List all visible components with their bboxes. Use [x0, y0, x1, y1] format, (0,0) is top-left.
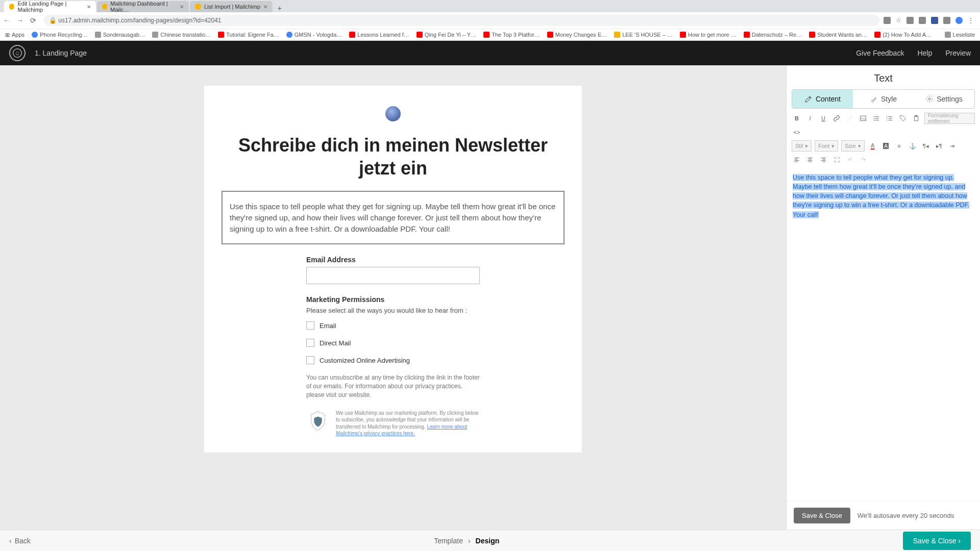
- bg-color-button[interactable]: A: [881, 141, 891, 151]
- ext-icon[interactable]: [943, 17, 950, 24]
- text-block-selected[interactable]: Use this space to tell people what they …: [222, 191, 565, 244]
- bookmark[interactable]: The Top 3 Platfor…: [483, 32, 540, 38]
- autosave-text: We'll autosave every 20 seconds: [857, 512, 954, 519]
- browser-tab[interactable]: Mailchimp Dashboard | Mailc… ✕: [97, 1, 189, 12]
- close-icon[interactable]: ✕: [87, 4, 91, 10]
- paste-button[interactable]: [911, 113, 921, 123]
- perm-option[interactable]: Email: [306, 321, 480, 330]
- bookmark[interactable]: Tutorial: Eigene Fa…: [218, 32, 279, 38]
- page-headline[interactable]: Schreibe dich in meinen Newsletter jetzt…: [222, 134, 565, 180]
- italic-button[interactable]: I: [805, 113, 815, 123]
- bookmark[interactable]: Chinese translatio…: [152, 32, 211, 38]
- clear-format-button[interactable]: Formatierung entfernen: [924, 113, 975, 124]
- merge-tags-button[interactable]: [898, 113, 908, 123]
- browser-chrome: Edit Landing Page | Mailchimp ✕ Mailchim…: [0, 0, 980, 29]
- align-right-button[interactable]: [818, 155, 828, 165]
- signup-form: Email Address Marketing Permissions Plea…: [306, 256, 480, 437]
- star-icon[interactable]: ☆: [896, 17, 901, 24]
- ext-icon[interactable]: [931, 17, 938, 24]
- bookmark[interactable]: Sonderausgab…: [95, 32, 145, 38]
- save-close-button[interactable]: Save & Close: [794, 508, 850, 523]
- preview-link[interactable]: Preview: [945, 49, 971, 57]
- checkbox-icon[interactable]: [306, 339, 314, 347]
- bookmark[interactable]: LEE 'S HOUSE – …: [614, 32, 673, 38]
- browser-tab[interactable]: List Import | Mailchimp ✕: [190, 1, 273, 12]
- size-select[interactable]: Size ▾: [841, 140, 864, 152]
- text-color-button[interactable]: A: [868, 141, 878, 151]
- give-feedback-link[interactable]: Give Feedback: [856, 49, 904, 57]
- font-select[interactable]: Font ▾: [815, 140, 838, 152]
- align-center-button[interactable]: [805, 155, 815, 165]
- reload-icon[interactable]: ⟳: [27, 16, 40, 24]
- bookmark-icon: [218, 32, 224, 38]
- anchor-button[interactable]: ⚓: [908, 141, 918, 151]
- perm-option[interactable]: Direct Mail: [306, 339, 480, 347]
- save-close-primary-button[interactable]: Save & Close ›: [903, 532, 971, 550]
- align-left-button[interactable]: [792, 155, 802, 165]
- bookmark[interactable]: (2) How To Add A…: [874, 32, 932, 38]
- tab-content[interactable]: Content: [792, 90, 853, 108]
- unlink-button[interactable]: [845, 113, 855, 123]
- canvas[interactable]: Schreibe dich in meinen Newsletter jetzt…: [0, 65, 786, 530]
- bookmark[interactable]: Phone Recycling…: [32, 32, 88, 38]
- back-icon[interactable]: ←: [0, 16, 13, 24]
- image-button[interactable]: [858, 113, 868, 123]
- step-design[interactable]: Design: [476, 537, 500, 545]
- address-bar[interactable]: 🔒 us17.admin.mailchimp.com/landing-pages…: [44, 15, 879, 26]
- bookmark[interactable]: Leseliste: [945, 32, 975, 38]
- profile-icon[interactable]: [955, 17, 963, 24]
- pencil-icon: [804, 95, 813, 103]
- text-editor[interactable]: Use this space to tell people what they …: [787, 170, 980, 501]
- undo-button[interactable]: ↶: [845, 155, 855, 165]
- rtl-button[interactable]: ▸¶: [934, 141, 944, 151]
- bookmark[interactable]: Student Wants an…: [809, 32, 867, 38]
- new-tab-button[interactable]: +: [274, 4, 286, 12]
- tab-title: Edit Landing Page | Mailchimp: [17, 1, 84, 13]
- close-icon[interactable]: ✕: [263, 4, 267, 10]
- tab-settings[interactable]: Settings: [914, 90, 974, 108]
- back-button[interactable]: ‹ Back: [9, 537, 31, 545]
- ext-icon[interactable]: [919, 17, 926, 24]
- perm-option[interactable]: Customized Online Advertising: [306, 356, 480, 364]
- ext-icon[interactable]: [906, 17, 914, 24]
- align-button[interactable]: ≡: [894, 141, 904, 151]
- ext-icon[interactable]: [884, 17, 891, 24]
- link-button[interactable]: [831, 113, 842, 123]
- menu-icon[interactable]: ⋮: [968, 17, 974, 24]
- bookmark[interactable]: Qing Fei De Yi – Y…: [416, 32, 476, 38]
- bookmark-icon: [152, 32, 158, 38]
- bookmark[interactable]: Datenschutz – Re…: [744, 32, 802, 38]
- bookmark[interactable]: Lessons Learned f…: [349, 32, 409, 38]
- help-link[interactable]: Help: [917, 49, 932, 57]
- tag-icon: [899, 115, 906, 122]
- list-ol-icon: 123: [886, 115, 893, 122]
- bookmark[interactable]: How to get more …: [680, 32, 737, 38]
- mailchimp-logo-icon[interactable]: [9, 45, 26, 61]
- browser-tab-active[interactable]: Edit Landing Page | Mailchimp ✕: [4, 1, 96, 12]
- bookmark-icon: [809, 32, 815, 38]
- bookmark[interactable]: GMSN - Vologda…: [286, 32, 342, 38]
- forward-icon[interactable]: →: [13, 16, 27, 24]
- align-left-icon: [794, 157, 800, 163]
- source-button[interactable]: <>: [792, 127, 802, 137]
- tab-style[interactable]: Style: [853, 90, 914, 108]
- checkbox-icon[interactable]: [306, 321, 314, 330]
- checkbox-icon[interactable]: [306, 356, 314, 364]
- style-select[interactable]: Stil ▾: [792, 140, 812, 152]
- ul-button[interactable]: [871, 113, 881, 123]
- main: Schreibe dich in meinen Newsletter jetzt…: [0, 65, 980, 530]
- redo-button[interactable]: ↷: [858, 155, 868, 165]
- underline-button[interactable]: U: [818, 113, 828, 123]
- bold-button[interactable]: B: [792, 113, 802, 123]
- page-logo-icon[interactable]: [385, 106, 401, 121]
- email-field[interactable]: [306, 267, 480, 284]
- bookmark[interactable]: Money Changes E…: [547, 32, 607, 38]
- step-template[interactable]: Template: [434, 537, 463, 545]
- close-icon[interactable]: ✕: [180, 4, 184, 10]
- indent-button[interactable]: ⇥: [947, 141, 958, 151]
- bookmark-icon: [874, 32, 880, 38]
- ltr-button[interactable]: ¶◂: [921, 141, 931, 151]
- expand-button[interactable]: ⛶: [831, 155, 842, 165]
- ol-button[interactable]: 123: [885, 113, 895, 123]
- bookmark[interactable]: ⊞Apps: [5, 32, 24, 38]
